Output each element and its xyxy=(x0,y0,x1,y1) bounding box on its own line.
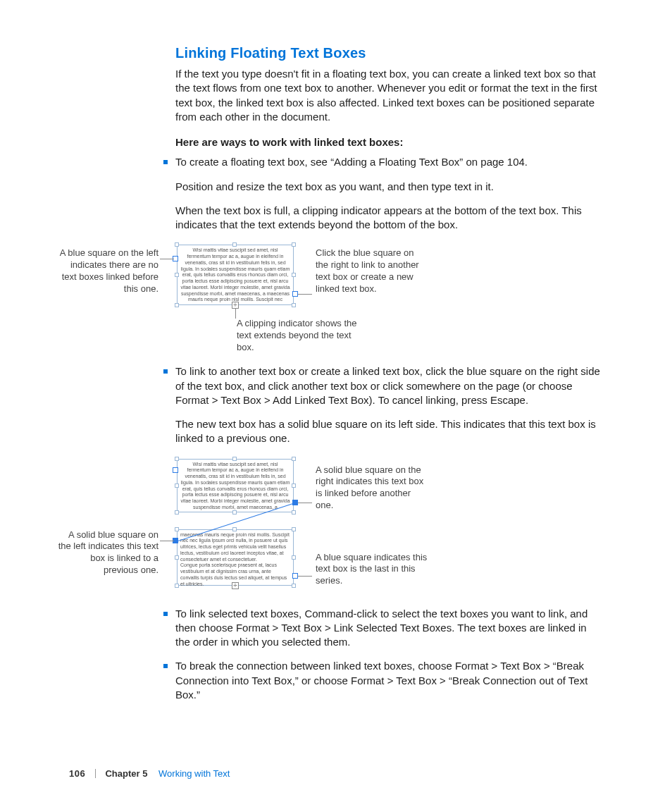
lorem-text: Wisi mattis vitae suscipit sed amet, nis… xyxy=(180,247,290,303)
list-paragraph: When the text box is full, a clipping in… xyxy=(175,204,602,233)
list-item: To link selected text boxes, Command-cli… xyxy=(166,607,602,650)
list-text: To create a floating text box, see “Addi… xyxy=(175,156,528,168)
link-square-right-icon xyxy=(292,291,298,297)
footer-divider xyxy=(95,769,96,778)
list-item: To create a floating text box, see “Addi… xyxy=(166,155,602,355)
figure-2: Wisi mattis vitae suscipit sed amet, nis… xyxy=(70,456,591,597)
list-text: To break the connection between linked t… xyxy=(175,660,587,701)
link-square-right-icon xyxy=(292,573,298,579)
lorem-text: Wisi mattis vitae suscipit sed amet, nis… xyxy=(180,462,290,511)
list-text: To link selected text boxes, Command-cli… xyxy=(175,608,587,648)
section-heading: Linking Floating Text Boxes xyxy=(175,44,602,63)
linked-text-box-a: Wisi mattis vitae suscipit sed amet, nis… xyxy=(177,459,294,512)
link-square-left-icon xyxy=(173,467,178,473)
document-page: Linking Floating Text Boxes If the text … xyxy=(0,0,672,807)
callout-top-right: A solid blue square on the right indicat… xyxy=(316,464,428,512)
sample-text-box: Wisi mattis vitae suscipit sed amet, nis… xyxy=(177,245,294,305)
list-text: To link to another text box or create a … xyxy=(175,365,600,406)
callout-right: Click the blue square on the right to li… xyxy=(316,247,427,295)
list-intro: Here are ways to work with linked text b… xyxy=(175,135,602,149)
clipping-indicator-icon xyxy=(232,582,239,589)
page-number: 106 xyxy=(69,768,85,779)
callout-bottom: A clipping indicator shows the text exte… xyxy=(237,318,359,354)
page-footer: 106 Chapter 5 Working with Text xyxy=(69,768,604,780)
figure-1: Wisi mattis vitae suscipit sed amet, nis… xyxy=(70,242,591,355)
body-column: Linking Floating Text Boxes If the text … xyxy=(175,44,602,712)
list-paragraph: Position and resize the text box as you … xyxy=(175,180,602,194)
callout-left: A blue square on the left indicates ther… xyxy=(57,247,158,295)
callout-bottom-right: A blue square indicates this text box is… xyxy=(316,552,428,588)
instruction-list: To create a floating text box, see “Addi… xyxy=(166,155,602,702)
list-paragraph: The new text box has a solid blue square… xyxy=(175,417,602,446)
intro-paragraph: If the text you type doesn't fit in a fl… xyxy=(175,67,602,124)
chapter-title: Working with Text xyxy=(158,768,230,779)
list-item: To link to another text box or create a … xyxy=(166,364,602,596)
lorem-text: maecenas mauris neque proin nisl mollis.… xyxy=(180,532,290,588)
clipping-indicator-icon xyxy=(232,302,239,309)
list-item: To break the connection between linked t… xyxy=(166,659,602,702)
link-square-right-filled-icon xyxy=(292,500,298,505)
linked-text-box-b: maecenas mauris neque proin nisl mollis.… xyxy=(177,529,294,586)
chapter-label: Chapter 5 xyxy=(105,768,147,779)
callout-bottom-left: A solid blue square on the left indicate… xyxy=(56,529,158,577)
